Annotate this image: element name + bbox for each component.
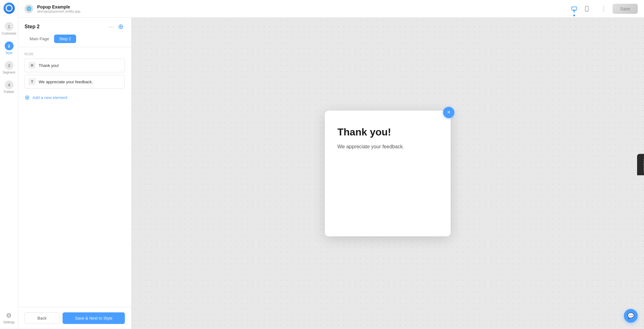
step-label-customize: Customize — [2, 32, 16, 35]
popup-heading: Thank you! — [337, 126, 438, 138]
more-options-button[interactable]: ⋮ — [599, 4, 609, 14]
chat-icon: 💬 — [627, 312, 634, 319]
sidebar-nav: 1 Customize 2 Style 3 Segment 4 Publish … — [0, 0, 18, 329]
element-text-body: We appreciate your feedback. — [39, 80, 93, 84]
panel-body: ROW H Thank you! T We appreciate your fe… — [18, 47, 131, 307]
header-title-group: Popup Example demopopupsmart.netlify.app — [37, 4, 565, 13]
device-buttons — [569, 3, 592, 14]
app-logo[interactable] — [3, 3, 15, 14]
preview-area: × Thank you! We appreciate your feedback… — [131, 18, 644, 329]
element-row-text[interactable]: T We appreciate your feedback. — [25, 75, 125, 89]
step-circle-1: 1 — [5, 22, 14, 31]
step-label-publish: Publish — [4, 90, 14, 94]
save-next-button[interactable]: Save & Next to Style — [63, 312, 125, 324]
left-panel: Step 2 ⋯ ⊕ Main Page Step 2 ROW H Thank … — [18, 18, 131, 329]
popup-body-text: We appreciate your feedback. — [337, 143, 438, 151]
element-row-heading[interactable]: H Thank you! — [25, 58, 125, 72]
add-element-row[interactable]: ⊕ Add a new element — [25, 91, 125, 104]
sidebar-item-segment[interactable]: 3 Segment — [0, 58, 18, 77]
popup-modal: × Thank you! We appreciate your feedback… — [325, 111, 451, 236]
settings-nav-item[interactable]: ⚙ Settings — [3, 312, 14, 324]
panel-step-title: Step 2 — [25, 24, 40, 30]
back-button[interactable]: Back — [25, 312, 59, 324]
panel-actions: ⋯ ⊕ — [108, 23, 125, 31]
site-name: Popup Example — [37, 4, 565, 9]
content-area: Step 2 ⋯ ⊕ Main Page Step 2 ROW H Thank … — [18, 18, 644, 329]
panel-header: Step 2 ⋯ ⊕ — [18, 18, 131, 31]
add-element-icon: ⊕ — [25, 94, 30, 101]
svg-point-2 — [586, 10, 587, 11]
feedback-button[interactable]: Feedback — [637, 154, 644, 175]
row-section-label: ROW — [25, 52, 125, 56]
add-element-label: Add a new element — [32, 95, 67, 100]
settings-label: Settings — [3, 321, 14, 324]
element-badge-t: T — [29, 78, 36, 85]
sidebar-item-style[interactable]: 2 Style — [0, 38, 18, 58]
feedback-label: Feedback — [643, 156, 644, 173]
site-icon: 🌐 — [25, 4, 33, 13]
element-text-heading: Thank you! — [39, 63, 59, 68]
main-content: 🌐 Popup Example demopopupsmart.netlify.a… — [18, 0, 644, 329]
desktop-view-button[interactable] — [569, 3, 580, 14]
top-header: 🌐 Popup Example demopopupsmart.netlify.a… — [18, 0, 644, 18]
step-circle-3: 3 — [5, 61, 14, 70]
panel-more-button[interactable]: ⋯ — [108, 23, 114, 30]
svg-rect-0 — [572, 7, 577, 10]
step-circle-2: 2 — [5, 41, 14, 50]
tab-row: Main Page Step 2 — [18, 31, 131, 47]
sidebar-item-publish[interactable]: 4 Publish — [0, 77, 18, 97]
tab-step-2[interactable]: Step 2 — [54, 35, 76, 43]
sidebar-item-customize[interactable]: 1 Customize — [0, 19, 18, 38]
save-button[interactable]: Save — [613, 4, 638, 14]
gear-icon: ⚙ — [6, 312, 12, 319]
panel-add-button[interactable]: ⊕ — [117, 23, 125, 31]
chat-button[interactable]: 💬 — [624, 309, 638, 323]
step-circle-4: 4 — [5, 80, 14, 89]
mobile-view-button[interactable] — [581, 3, 592, 14]
popup-close-button[interactable]: × — [443, 107, 454, 118]
panel-footer: Back Save & Next to Style — [18, 307, 131, 329]
tab-main-page[interactable]: Main Page — [25, 35, 54, 43]
step-label-style: Style — [5, 51, 12, 55]
step-label-segment: Segment — [3, 71, 15, 74]
element-badge-h: H — [29, 62, 36, 69]
site-url: demopopupsmart.netlify.app — [37, 9, 565, 13]
